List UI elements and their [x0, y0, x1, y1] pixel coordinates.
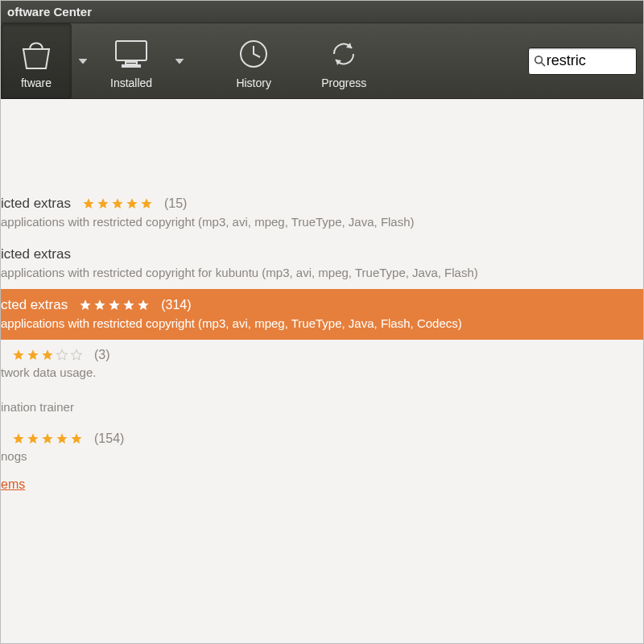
monitor-icon [113, 38, 150, 70]
result-description: applications with restricted copyright f… [1, 266, 637, 279]
star-icon [126, 197, 138, 210]
result-title: icted extras [1, 196, 71, 212]
nav-software[interactable]: ftware [1, 23, 72, 99]
star-icon [93, 299, 106, 312]
nav-installed[interactable]: Installed [94, 23, 168, 99]
result-description: applications with restricted copyright (… [1, 316, 637, 330]
nav-progress-label: Progress [321, 76, 366, 89]
more-items-link[interactable]: ems [1, 473, 643, 492]
window-titlebar: oftware Center [1, 1, 643, 23]
results-area: icted extras(15)applications with restri… [1, 99, 643, 643]
result-title: icted extras [1, 246, 71, 262]
review-count: (3) [94, 348, 110, 362]
review-count: (314) [161, 298, 191, 312]
svg-rect-2 [122, 65, 140, 67]
search-box[interactable] [528, 47, 637, 75]
result-item[interactable]: (154)nogs [1, 423, 643, 473]
result-description: applications with restricted copyright (… [1, 215, 637, 229]
result-item[interactable]: icted extras(15)applications with restri… [1, 188, 643, 238]
star-icon [56, 349, 68, 361]
result-item[interactable]: icted extrasapplications with restricted… [1, 238, 643, 289]
result-item[interactable]: (3)twork data usage. [1, 340, 643, 389]
star-icon [108, 299, 121, 312]
star-icon [12, 349, 25, 361]
result-description: nogs [1, 449, 637, 463]
nav-software-label: ftware [21, 76, 52, 89]
star-icon [27, 349, 39, 361]
star-icon [111, 197, 124, 210]
star-icon [97, 197, 109, 210]
review-count: (154) [94, 431, 124, 446]
svg-rect-1 [126, 62, 137, 64]
window-title: oftware Center [7, 5, 92, 19]
result-item[interactable]: cted extras(314)applications with restri… [1, 289, 643, 340]
star-icon [82, 197, 95, 210]
star-icon [27, 432, 39, 445]
result-description: ination trainer [1, 400, 637, 414]
star-icon [41, 349, 54, 361]
star-icon [137, 299, 150, 312]
search-input[interactable] [547, 52, 631, 69]
star-rating [12, 432, 83, 445]
toolbar: ftware Installed [1, 23, 643, 99]
nav-history-label: History [236, 76, 271, 89]
review-count: (15) [164, 196, 187, 211]
star-rating [12, 349, 83, 361]
star-icon [12, 432, 25, 445]
refresh-icon [328, 38, 360, 70]
nav-installed-label: Installed [110, 76, 152, 89]
shopping-bag-icon [19, 38, 54, 70]
star-icon [70, 432, 83, 445]
nav-history[interactable]: History [218, 23, 289, 99]
svg-point-4 [535, 56, 543, 63]
result-title: cted extras [1, 297, 68, 313]
result-description: twork data usage. [1, 365, 637, 379]
star-icon [41, 432, 54, 445]
star-icon [70, 349, 83, 361]
star-icon [140, 197, 153, 210]
nav-installed-caret[interactable] [168, 23, 191, 99]
nav-software-caret[interactable] [72, 23, 94, 99]
star-rating [79, 299, 150, 312]
svg-rect-0 [116, 41, 147, 60]
star-icon [122, 299, 135, 312]
search-icon [534, 54, 547, 68]
star-icon [56, 432, 68, 445]
clock-icon [237, 38, 270, 70]
star-icon [79, 299, 92, 312]
result-item[interactable]: ination trainer [1, 389, 643, 423]
star-rating [82, 197, 153, 210]
nav-progress[interactable]: Progress [305, 23, 382, 99]
